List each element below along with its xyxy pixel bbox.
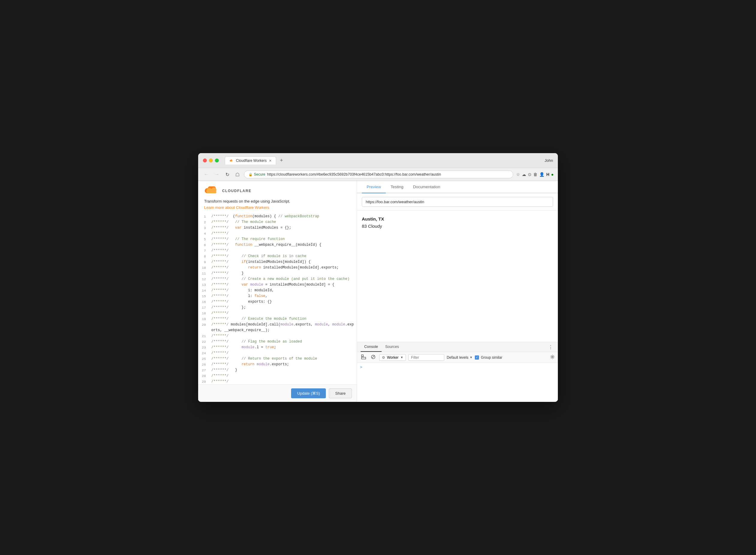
line-number: 7 (198, 248, 209, 254)
code-text: /******/ (209, 248, 357, 254)
home-button[interactable]: ☖ (234, 171, 241, 178)
code-text: /******/ } (209, 368, 357, 373)
log-levels-select[interactable]: Default levels ▼ (447, 355, 472, 359)
code-line-19: 19 /******/ // Execute the module functi… (198, 316, 357, 322)
line-number: 8 (198, 254, 209, 259)
console-settings-button[interactable] (550, 354, 555, 360)
group-similar-option[interactable]: ✓ Group similar (475, 355, 502, 359)
minimize-button[interactable] (209, 159, 213, 162)
brand-wordmark: CLOUDFLARE (222, 189, 252, 193)
tab-sources[interactable]: Sources (382, 342, 403, 352)
code-line-18: 18 /******/ (198, 310, 357, 316)
code-text: /******/ return module.exports; (209, 362, 357, 368)
worker-context-select[interactable]: ⚙ Worker ▼ (379, 354, 406, 361)
code-text: /******/ function __webpack_require__(mo… (209, 242, 357, 248)
levels-dropdown-arrow: ▼ (469, 356, 472, 359)
code-text: /******/ // The module cache (209, 219, 357, 225)
inspect-icon (361, 354, 366, 359)
address-bar[interactable]: 🔒 Secure https://cloudflareworkers.com/#… (244, 171, 513, 178)
clear-console-button[interactable] (370, 354, 377, 361)
line-number: 24 (198, 350, 209, 356)
code-text: /******/ (function(modules) { // webpack… (209, 214, 357, 219)
update-button[interactable]: Update (⌘S) (291, 388, 326, 398)
cloudflare-logo: CLOUDFLARE (204, 186, 351, 196)
line-number: 10 (198, 265, 209, 270)
learn-more-link[interactable]: Learn more about Cloudflare Workers (204, 205, 269, 210)
tab-close-icon[interactable]: ✕ (269, 159, 271, 163)
bookmark-button[interactable]: ☆ (516, 172, 520, 177)
code-text: /******/ (209, 310, 357, 316)
panel-tabs: Preview Testing Documentation (357, 181, 558, 193)
main-content: CLOUDFLARE Transform requests on the edg… (198, 181, 558, 402)
tab-favicon-icon (229, 159, 234, 163)
code-text: /******/ // Create a new module (and put… (209, 276, 357, 282)
code-text: /******/ exports: {} (209, 299, 357, 305)
console-menu-button[interactable]: ⋮ (547, 343, 554, 351)
code-line-6: 6 /******/ function __webpack_require__(… (198, 242, 357, 248)
worker-label: Worker (387, 355, 398, 359)
ext-h-button[interactable]: H (546, 172, 549, 177)
tab-documentation[interactable]: Documentation (408, 181, 445, 193)
code-line-4: 4 /******/ (198, 231, 357, 237)
secure-badge: 🔒 Secure (249, 172, 265, 176)
back-button[interactable]: ← (202, 171, 210, 178)
settings-gear-icon (550, 354, 555, 359)
weather-temp: 83 Cloudy (362, 223, 553, 230)
code-text: /******/ (209, 350, 357, 356)
tab-console[interactable]: Console (361, 342, 382, 352)
new-tab-button[interactable]: + (277, 156, 285, 165)
tab-preview[interactable]: Preview (362, 181, 386, 193)
gear-icon: ⚙ (382, 355, 385, 359)
tab-area: Cloudflare Workers ✕ + (225, 156, 285, 165)
code-line-9: 9 /******/ if(installedModules[moduleId]… (198, 259, 357, 265)
line-number: 13 (198, 282, 209, 288)
right-panel: Preview Testing Documentation Austin, TX… (357, 181, 558, 402)
line-number: 14 (198, 288, 209, 293)
left-panel: CLOUDFLARE Transform requests on the edg… (198, 181, 357, 402)
line-number: 5 (198, 237, 209, 242)
browser-tab[interactable]: Cloudflare Workers ✕ (225, 157, 276, 165)
inspect-element-button[interactable] (360, 354, 367, 361)
url-text: https://cloudflareworkers.com/#be6ec935c… (267, 172, 441, 176)
tab-testing[interactable]: Testing (386, 181, 408, 193)
preview-url-input[interactable] (362, 197, 553, 207)
ext-person-button[interactable]: 👤 (539, 172, 544, 177)
line-number: 22 (198, 339, 209, 345)
line-number: 27 (198, 368, 209, 373)
levels-label: Default levels (447, 355, 468, 359)
console-tabs: Console Sources ⋮ (357, 342, 558, 352)
title-bar: Cloudflare Workers ✕ + John (198, 153, 558, 168)
console-prompt: > (360, 365, 363, 369)
code-line-2: 2 /******/ // The module cache (198, 219, 357, 225)
console-filter-input[interactable] (408, 354, 444, 361)
code-editor[interactable]: 1 /******/ (function(modules) { // webpa… (198, 214, 357, 384)
code-line-21: 21 /******/ (198, 333, 357, 339)
line-number: 23 (198, 345, 209, 350)
ext-cloud-button[interactable]: ☁ (522, 172, 526, 177)
ext-circle-button[interactable]: ⊙ (528, 172, 532, 177)
group-similar-checkbox[interactable]: ✓ (475, 355, 479, 359)
code-text: /******/ l: false, (209, 293, 357, 299)
close-button[interactable] (203, 159, 207, 162)
code-line-29: 29 /******/ (198, 379, 357, 384)
line-number: 6 (198, 242, 209, 248)
address-bar-actions: ☆ ☁ ⊙ 🗑 👤 H ● (516, 172, 554, 177)
svg-point-4 (552, 356, 553, 358)
reload-button[interactable]: ↻ (224, 171, 231, 178)
console-area: Console Sources ⋮ (357, 342, 558, 402)
code-text: /******/ return installedModules[moduleI… (209, 265, 357, 270)
code-text: /******/ modules[moduleId].call(module.e… (209, 322, 357, 333)
ext-green-button[interactable]: ● (551, 172, 554, 177)
forward-button[interactable]: → (213, 171, 221, 178)
share-button[interactable]: Share (329, 388, 352, 398)
code-line-1: 1 /******/ (function(modules) { // webpa… (198, 214, 357, 219)
code-text: /******/ var installedModules = {}; (209, 225, 357, 231)
code-text: /******/ (209, 231, 357, 237)
code-line-7: 7 /******/ (198, 248, 357, 254)
code-line-27: 27 /******/ } (198, 368, 357, 373)
ext-trash-button[interactable]: 🗑 (533, 172, 538, 177)
maximize-button[interactable] (215, 159, 219, 162)
code-text: /******/ }; (209, 305, 357, 310)
console-toolbar: ⚙ Worker ▼ Default levels ▼ ✓ Group s (357, 352, 558, 363)
console-output[interactable]: > (357, 363, 558, 402)
